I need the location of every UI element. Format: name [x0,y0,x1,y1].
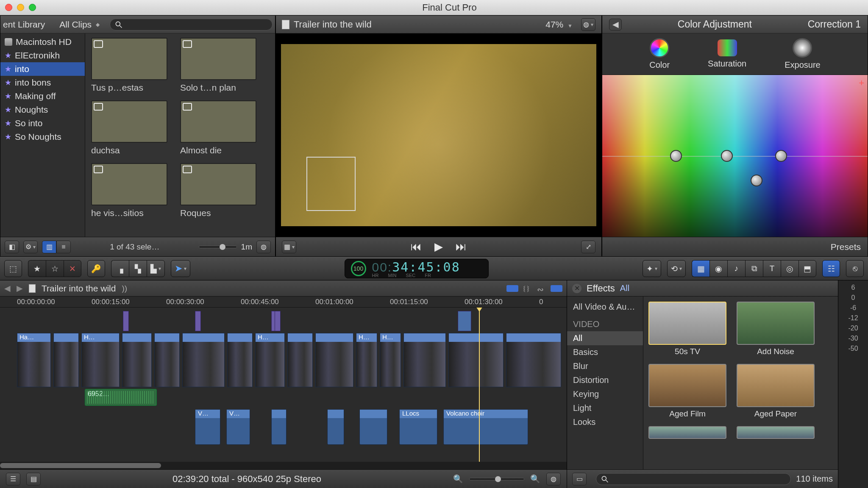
correction-label[interactable]: Correction 1 [808,19,861,30]
event-item[interactable]: So into [0,116,85,130]
clip-item[interactable]: he vis…sitios [91,163,167,218]
timeline-scrollbar[interactable] [0,462,567,469]
video-clip[interactable] [227,333,253,387]
marker-clip[interactable] [195,311,201,331]
transitions-browser-button[interactable]: ⧉ [745,260,763,277]
effect-item[interactable] [648,426,726,439]
effects-category[interactable]: Distortion [567,373,643,387]
reject-button[interactable]: ✕ [64,260,81,277]
saturation-tab[interactable]: Saturation [708,39,746,69]
skimming-button[interactable] [551,285,562,292]
clip-item[interactable]: Roques [180,163,256,218]
transform-tool-button[interactable]: ▦▾ [282,241,296,253]
effects-category[interactable]: Basics [567,345,643,359]
back-button[interactable]: ◀ [609,19,622,30]
video-clip[interactable] [53,333,79,387]
fullscreen-button[interactable]: ⤢ [581,241,595,253]
effects-search-input[interactable] [596,473,791,485]
effect-item[interactable]: Add Noise [737,302,815,356]
effects-category[interactable]: Keying [567,387,643,401]
midtones-puck[interactable] [751,175,762,186]
clip-filter-dropdown[interactable]: All Clips◆ [56,19,103,30]
effect-item[interactable] [737,426,815,439]
video-clip[interactable] [182,333,225,387]
minimize-window-button[interactable] [17,4,24,11]
gear-menu-button[interactable]: ⚙▾ [23,241,38,253]
timecode-display[interactable]: 100 00:34:45:08 HRMINSECFR [345,259,489,278]
timeline-index-button[interactable]: ☰ [6,473,20,485]
crop-selection-box[interactable] [306,157,356,211]
photos-browser-button[interactable]: ◉ [709,260,727,277]
favorite-button[interactable]: ★ [28,260,46,277]
viewer-settings-button[interactable]: ◍▾ [581,18,595,31]
color-board[interactable]: + [602,75,868,237]
event-item[interactable]: So Noughts [0,130,85,144]
clip-item[interactable]: Tus p…estas [91,38,167,93]
global-puck[interactable] [670,150,682,162]
effect-item[interactable]: Aged Film [648,364,726,419]
video-clip[interactable] [403,333,446,387]
video-clip[interactable] [448,333,504,387]
viewer-canvas[interactable] [276,33,601,237]
audio-skimming-button[interactable]: ⧙⧘ [523,285,533,292]
unrate-button[interactable]: ☆ [46,260,64,277]
import-button[interactable]: ⬚ [4,260,22,277]
clip-appearance2-button[interactable]: ◍ [546,473,561,485]
timeline-appearance-button[interactable]: ▤ [26,473,41,485]
inspector-toggle-button[interactable]: ☷ [822,260,840,277]
audio-clip[interactable]: 6952… [85,389,157,406]
clip-item[interactable]: duchsa [91,100,167,155]
event-item[interactable]: Making off [0,89,85,103]
event-item[interactable]: into bons [0,76,85,89]
clip-browser[interactable]: Tus p…estasSolo t…n planduchsaAlmost die… [85,33,275,237]
zoom-out-icon[interactable]: 🔍 [453,474,463,484]
connected-clip[interactable]: LLocs [399,409,437,445]
close-window-button[interactable] [5,4,12,11]
share-button[interactable]: ⎋ [846,260,864,277]
exposure-tab[interactable]: Exposure [785,38,821,70]
video-clip[interactable] [154,333,180,387]
event-item[interactable]: ElEctronikh [0,49,85,62]
solo-button[interactable]: ∾ [537,285,546,292]
timeline-history-fwd[interactable]: ▶ [17,283,23,293]
effect-item[interactable]: 50s TV [648,302,726,356]
video-clip[interactable]: H… [81,333,120,387]
video-clip[interactable] [122,333,152,387]
marker-clip[interactable] [458,311,471,331]
event-item[interactable]: Macintosh HD [0,35,85,49]
play-button[interactable]: ▶ [434,240,443,253]
append-button[interactable]: ▙▾ [147,260,165,277]
list-view-button[interactable]: ◧ [5,241,19,253]
playhead[interactable] [479,308,480,462]
effects-browser-button[interactable]: ▦ [692,260,709,277]
themes-browser-button[interactable]: ⬒ [798,260,816,277]
connected-clip[interactable]: V… [195,409,220,445]
connected-clip[interactable] [271,409,287,445]
connect-button[interactable]: ▗ [111,260,129,277]
shadows-puck[interactable] [721,150,733,162]
effect-item[interactable]: Aged Paper [737,364,815,419]
generators-browser-button[interactable]: ◎ [781,260,798,277]
effects-category[interactable]: Light [567,401,643,415]
keyword-button[interactable]: 🔑 [87,260,105,277]
marker-clip[interactable] [275,311,281,331]
event-item[interactable]: into [0,62,85,76]
filmstrip-view-button[interactable]: ▥ [42,241,56,253]
timeline-index-icon[interactable]: )) [122,284,127,293]
connected-clip[interactable] [327,409,344,445]
video-clip[interactable] [315,333,353,387]
marker-clip[interactable] [123,311,129,331]
zoom-window-button[interactable] [29,4,36,11]
viewer-zoom-dropdown[interactable]: 47% ▼ [545,19,573,30]
tool-select-dropdown[interactable]: ➤▾ [171,260,190,277]
video-clip[interactable]: Ha… [17,333,51,387]
color-tab[interactable]: Color [649,38,670,70]
zoom-in-icon[interactable]: 🔍 [530,474,540,484]
video-clip[interactable] [506,333,561,387]
close-icon[interactable]: ✕ [572,284,581,293]
connected-clip[interactable]: V… [226,409,250,445]
effects-category[interactable]: Blur [567,359,643,373]
snapping-button[interactable] [506,285,518,292]
highlights-puck[interactable] [775,150,787,162]
clip-item[interactable]: Almost die [180,100,256,155]
